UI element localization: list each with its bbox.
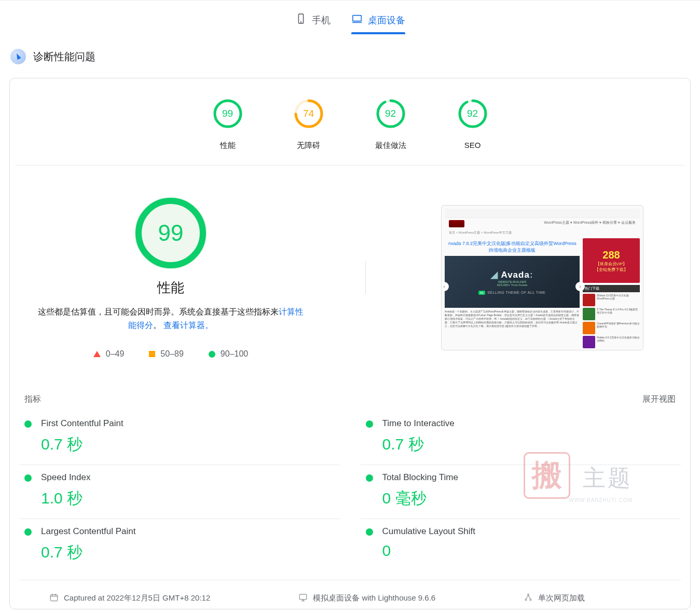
circle-green-icon bbox=[209, 351, 215, 358]
big-gauge-label: 性能 bbox=[31, 279, 311, 297]
legend-avg: 50–89 bbox=[160, 349, 184, 359]
gauge-label: SEO bbox=[458, 141, 487, 149]
metric-item[interactable]: Time to Interactive0.7 秒 bbox=[361, 411, 681, 465]
svg-rect-18 bbox=[300, 594, 307, 600]
ss-logo-icon bbox=[449, 220, 464, 227]
monitor-icon bbox=[298, 593, 308, 604]
svg-line-24 bbox=[526, 595, 529, 599]
results-card: 99性能74无障碍92最佳做法92SEO 99 性能 这些都是估算值，且可能会因… bbox=[9, 78, 691, 609]
svg-rect-2 bbox=[352, 16, 361, 21]
mobile-icon bbox=[295, 13, 307, 27]
gauge-value: 92 bbox=[376, 99, 405, 128]
triangle-red-icon bbox=[93, 351, 101, 357]
legend-bad: 0–49 bbox=[106, 349, 125, 359]
chevron-left-icon: ‹ bbox=[441, 282, 449, 291]
page-screenshot: WordPress主题 ▾ WordPress插件 ▾ 模板分享 ▾ 会员服务 … bbox=[441, 205, 643, 350]
svg-point-23 bbox=[530, 599, 531, 601]
footer-captured: Captured at 2022年12月5日 GMT+8 20:12 bbox=[49, 593, 210, 604]
metric-item[interactable]: Total Blocking Time0 毫秒 bbox=[361, 465, 681, 519]
svg-line-25 bbox=[528, 595, 531, 599]
score-legend: 0–49 50–89 90–100 bbox=[31, 349, 311, 359]
metric-value: 1.0 秒 bbox=[41, 488, 335, 509]
gauge-2[interactable]: 92最佳做法 bbox=[375, 99, 406, 151]
metric-name: Time to Interactive bbox=[382, 418, 676, 429]
category-gauges: 99性能74无障碍92最佳做法92SEO bbox=[15, 99, 685, 166]
tab-desktop[interactable]: 桌面设备 bbox=[351, 13, 405, 34]
gauge-3[interactable]: 92SEO bbox=[458, 99, 487, 151]
tab-mobile-label: 手机 bbox=[312, 14, 331, 26]
gauge-label: 最佳做法 bbox=[375, 141, 406, 151]
chevron-right-icon: › bbox=[575, 282, 585, 291]
big-gauge-value: 99 bbox=[134, 197, 207, 269]
metric-name: Speed Index bbox=[41, 472, 335, 483]
tab-mobile[interactable]: 手机 bbox=[295, 13, 331, 34]
svg-point-21 bbox=[528, 594, 529, 595]
status-dot-icon bbox=[366, 528, 373, 536]
svg-point-1 bbox=[300, 22, 301, 23]
performance-big-gauge: 99 bbox=[134, 197, 207, 269]
network-icon bbox=[524, 593, 533, 604]
section-title-text: 诊断性能问题 bbox=[33, 50, 95, 64]
expand-view-button[interactable]: 展开视图 bbox=[642, 394, 676, 405]
metric-name: Cumulative Layout Shift bbox=[382, 526, 676, 537]
divider bbox=[365, 261, 366, 294]
status-dot-icon bbox=[24, 528, 32, 536]
gauge-value: 99 bbox=[213, 99, 242, 128]
metric-item[interactable]: Speed Index1.0 秒 bbox=[19, 465, 340, 519]
status-dot-icon bbox=[366, 474, 373, 482]
status-dot-icon bbox=[24, 420, 32, 428]
metric-value: 0 bbox=[382, 542, 676, 560]
metric-value: 0.7 秒 bbox=[41, 542, 335, 563]
svg-point-22 bbox=[525, 599, 527, 601]
svg-rect-14 bbox=[50, 595, 58, 601]
status-dot-icon bbox=[366, 420, 373, 428]
gauge-0[interactable]: 99性能 bbox=[213, 99, 242, 151]
compass-icon bbox=[10, 49, 26, 64]
tab-desktop-label: 桌面设备 bbox=[368, 14, 405, 26]
gauge-label: 性能 bbox=[213, 141, 242, 151]
footer-load: 单次网页加载 bbox=[524, 593, 585, 604]
metric-name: Total Blocking Time bbox=[382, 472, 676, 483]
section-title: 诊断性能问题 bbox=[0, 34, 700, 74]
metric-item[interactable]: Largest Contentful Paint0.7 秒 bbox=[19, 519, 340, 573]
metrics-label: 指标 bbox=[24, 394, 41, 405]
metric-value: 0.7 秒 bbox=[41, 434, 335, 455]
metric-name: First Contentful Paint bbox=[41, 418, 335, 429]
desktop-icon bbox=[351, 13, 363, 27]
metric-item[interactable]: Cumulative Layout Shift0 bbox=[361, 519, 681, 569]
calendar-icon bbox=[49, 593, 59, 604]
calculator-link[interactable]: 查看计算器。 bbox=[163, 321, 213, 330]
metric-item[interactable]: First Contentful Paint0.7 秒 bbox=[19, 411, 340, 465]
square-orange-icon bbox=[149, 351, 155, 357]
device-tabs: 手机 桌面设备 bbox=[0, 1, 700, 34]
metric-value: 0.7 秒 bbox=[382, 434, 676, 455]
score-description: 这些都是估算值，且可能会因时而异。系统会直接基于这些指标来计算性能得分。 查看计… bbox=[31, 305, 311, 332]
gauge-label: 无障碍 bbox=[294, 141, 323, 151]
gauge-value: 92 bbox=[458, 99, 487, 128]
metric-value: 0 毫秒 bbox=[382, 488, 676, 509]
metric-name: Largest Contentful Paint bbox=[41, 526, 335, 537]
legend-good: 90–100 bbox=[221, 349, 248, 359]
gauge-value: 74 bbox=[294, 99, 323, 128]
status-dot-icon bbox=[24, 474, 32, 482]
gauge-1[interactable]: 74无障碍 bbox=[294, 99, 323, 151]
footer-emulated: 模拟桌面设备 with Lighthouse 9.6.6 bbox=[298, 593, 435, 604]
